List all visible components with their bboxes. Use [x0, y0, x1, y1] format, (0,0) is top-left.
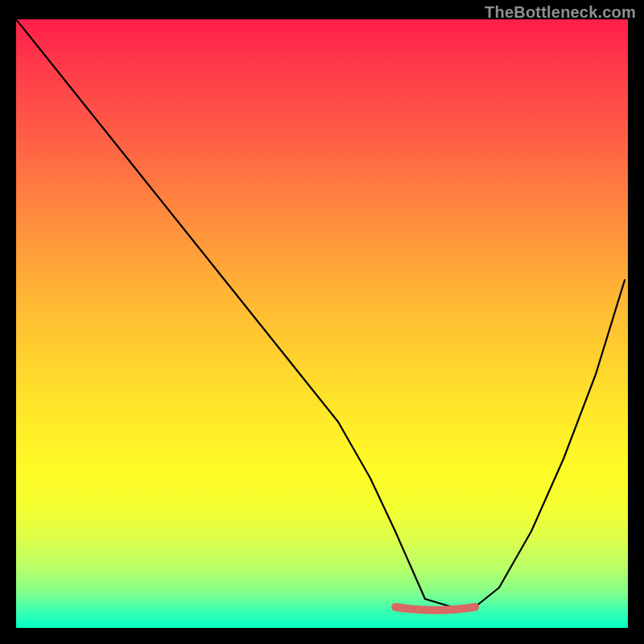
curve-svg [16, 19, 628, 628]
valley-highlight [395, 607, 475, 610]
plot-area [16, 19, 628, 628]
chart-frame: TheBottleneck.com [0, 0, 644, 644]
bottleneck-curve [16, 19, 625, 609]
